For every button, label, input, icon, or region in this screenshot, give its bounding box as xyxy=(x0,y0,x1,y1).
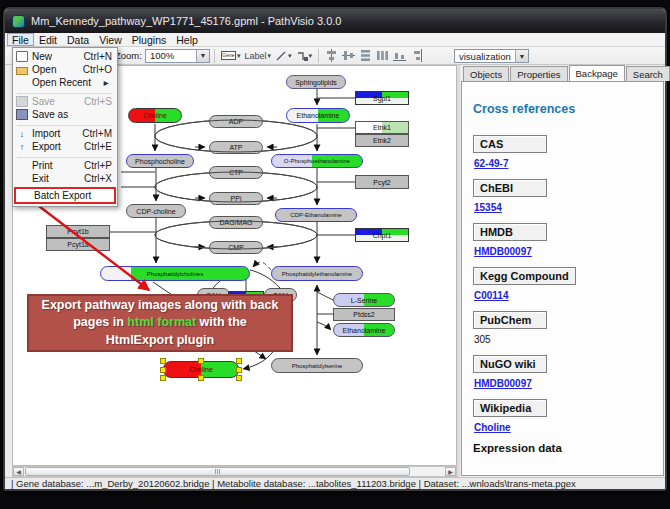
menu-item-shortcut: Ctrl+X xyxy=(76,173,112,184)
menu-file[interactable]: File xyxy=(7,33,34,46)
xref-section: CAS62-49-7 xyxy=(473,134,655,169)
menu-separator xyxy=(17,122,113,126)
tab-objects[interactable]: Objects xyxy=(463,66,509,81)
xref-header: CAS xyxy=(473,135,547,153)
xref-section: ChEBI15354 xyxy=(473,178,655,213)
callout-line2: pages in html format with the xyxy=(73,314,247,332)
menu-item-shortcut: Ctrl+O xyxy=(75,64,112,75)
export-icon xyxy=(16,141,28,152)
file-menu-item-export[interactable]: ExportCtrl+E xyxy=(14,140,116,153)
xref-link[interactable]: 15354 xyxy=(474,202,655,213)
connector-icon xyxy=(296,50,308,62)
datanode-button[interactable]: Gene ▾ xyxy=(219,48,243,64)
tab-search[interactable]: Search xyxy=(626,66,670,81)
submenu-arrow-icon xyxy=(96,77,108,88)
menu-item-label: Open Recent xyxy=(32,77,91,88)
title-bar[interactable]: Mm_Kennedy_pathway_WP1771_45176.gpml - P… xyxy=(5,9,665,33)
align-bottom-icon xyxy=(393,49,406,62)
chevron-down-icon[interactable]: ▾ xyxy=(288,52,292,60)
menu-separator xyxy=(17,90,113,94)
toolbar-separator xyxy=(214,49,215,63)
align-horizontal-center-button[interactable] xyxy=(323,48,340,64)
zoom-label: Zoom: xyxy=(115,50,142,61)
xref-value: 305 xyxy=(474,334,655,345)
import-icon xyxy=(16,128,28,139)
line-tool-button[interactable]: ▾ xyxy=(273,48,294,64)
chevron-down-icon[interactable]: ▾ xyxy=(309,52,313,60)
distribute-horizontal-button[interactable] xyxy=(374,48,391,64)
menu-view[interactable]: View xyxy=(94,33,127,46)
xref-link[interactable]: HMDB00097 xyxy=(474,246,655,257)
expression-data-heading: Expression data xyxy=(473,442,655,454)
xref-header: PubChem xyxy=(473,311,547,329)
xref-link[interactable]: HMDB00097 xyxy=(474,378,655,389)
annotation-callout: Export pathway images along with back pa… xyxy=(27,294,293,352)
menu-item-label: Batch Export xyxy=(34,190,91,201)
file-menu-item-batch-export[interactable]: Batch Export xyxy=(14,187,116,204)
scroll-left-icon[interactable]: ◀ xyxy=(13,467,24,476)
distribute-horizontal-icon xyxy=(376,49,389,62)
menu-separator xyxy=(17,154,113,158)
file-menu-item-save-as[interactable]: Save as xyxy=(14,108,116,121)
connector-tool-button[interactable]: ▾ xyxy=(294,48,315,64)
line-icon xyxy=(275,50,287,62)
scrollbar-thumb[interactable] xyxy=(25,467,410,476)
chevron-down-icon[interactable]: ▾ xyxy=(237,52,241,60)
distribute-vertical-button[interactable] xyxy=(357,48,374,64)
menu-edit[interactable]: Edit xyxy=(34,33,62,46)
file-menu-item-new[interactable]: NewCtrl+N xyxy=(14,50,116,63)
menu-help[interactable]: Help xyxy=(171,33,203,46)
app-window: Mm_Kennedy_pathway_WP1771_45176.gpml - P… xyxy=(3,7,667,491)
chevron-down-icon[interactable]: ▼ xyxy=(515,50,528,62)
menu-data[interactable]: Data xyxy=(62,33,94,46)
distribute-vertical-icon xyxy=(359,49,372,62)
xref-header: HMDB xyxy=(473,223,547,241)
canvas-horizontal-scrollbar[interactable]: ◀ ▶ xyxy=(12,466,457,477)
datanode-icon: Gene xyxy=(221,51,236,60)
cross-references-heading: Cross references xyxy=(473,102,655,116)
label-tool-button[interactable]: Label ▾ xyxy=(242,48,273,64)
file-menu-item-print[interactable]: PrintCtrl+P xyxy=(14,159,116,172)
xref-link[interactable]: C00114 xyxy=(474,290,655,301)
zoom-value: 100% xyxy=(146,50,196,61)
menu-item-label: Exit xyxy=(32,173,49,184)
chevron-down-icon[interactable]: ▾ xyxy=(267,52,271,60)
menu-item-spacer xyxy=(16,160,28,171)
save-as-icon xyxy=(16,109,28,120)
xref-link[interactable]: 62-49-7 xyxy=(474,158,655,169)
align-bottom-button[interactable] xyxy=(391,48,408,64)
align-right-button[interactable] xyxy=(408,48,425,64)
file-menu-item-open[interactable]: OpenCtrl+O xyxy=(14,63,116,76)
chevron-down-icon[interactable]: ▼ xyxy=(196,50,209,62)
cross-references-list: CAS62-49-7ChEBI15354HMDBHMDB00097Kegg Co… xyxy=(473,134,655,433)
align-vertical-center-icon xyxy=(342,49,355,62)
tab-properties[interactable]: Properties xyxy=(510,66,567,81)
xref-section: Kegg CompoundC00114 xyxy=(473,266,655,301)
menu-plugins[interactable]: Plugins xyxy=(127,33,171,46)
xref-section: PubChem305 xyxy=(473,310,655,345)
file-menu-item-import[interactable]: ImportCtrl+M xyxy=(14,127,116,140)
xref-link[interactable]: Choline xyxy=(474,422,655,433)
tab-backpage[interactable]: Backpage xyxy=(569,65,625,81)
file-menu-item-save[interactable]: SaveCtrl+S xyxy=(14,95,116,108)
menu-item-shortcut: Ctrl+E xyxy=(76,141,112,152)
xref-header: Wikipedia xyxy=(473,399,547,417)
visualization-combobox[interactable]: visualization ▼ xyxy=(454,49,529,63)
align-vertical-center-button[interactable] xyxy=(340,48,357,64)
align-horizontal-center-icon xyxy=(325,49,338,62)
menu-item-label: Print xyxy=(32,160,53,171)
file-menu-item-open-recent[interactable]: Open Recent xyxy=(14,76,116,89)
menu-item-label: Import xyxy=(32,128,60,139)
file-menu-item-exit[interactable]: ExitCtrl+X xyxy=(14,172,116,185)
zoom-combobox[interactable]: 100% ▼ xyxy=(145,49,210,63)
menu-item-label: Save xyxy=(32,96,55,107)
xref-header: NuGO wiki xyxy=(473,355,547,373)
callout-highlight: html format xyxy=(127,315,196,329)
open-folder-icon xyxy=(16,67,28,75)
menu-item-shortcut: Ctrl+P xyxy=(76,160,112,171)
xref-section: HMDBHMDB00097 xyxy=(473,222,655,257)
scroll-right-icon[interactable]: ▶ xyxy=(445,467,456,476)
menu-item-label: New xyxy=(32,51,52,62)
menu-item-shortcut: Ctrl+S xyxy=(76,96,112,107)
align-right-icon xyxy=(410,49,423,62)
